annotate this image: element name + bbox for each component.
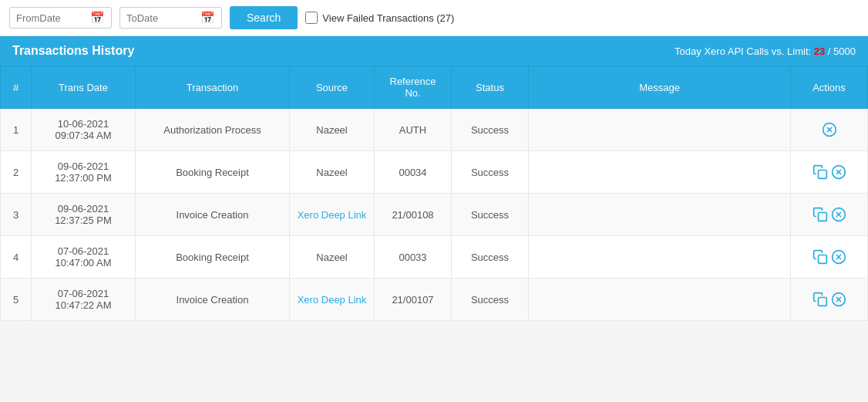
cancel-button[interactable] bbox=[831, 292, 846, 307]
cancel-button[interactable] bbox=[822, 122, 837, 137]
to-date-input[interactable] bbox=[126, 12, 196, 24]
cell-source[interactable]: Xero Deep Link bbox=[290, 194, 375, 236]
col-header-message: Message bbox=[529, 66, 791, 109]
table-row: 407-06-2021 10:47:00 AMBooking ReceiptNa… bbox=[1, 236, 868, 279]
cell-reference-no: 00034 bbox=[375, 151, 452, 194]
cell-source[interactable]: Xero Deep Link bbox=[290, 279, 375, 321]
col-header-reference: Reference No. bbox=[375, 66, 452, 109]
from-date-calendar-icon[interactable]: 📅 bbox=[90, 11, 105, 25]
copy-button[interactable] bbox=[812, 207, 828, 222]
api-calls-count: 23 bbox=[814, 46, 825, 57]
table-row: 110-06-2021 09:07:34 AMAuthorization Pro… bbox=[1, 109, 868, 151]
cell-actions bbox=[791, 194, 868, 236]
to-date-calendar-icon[interactable]: 📅 bbox=[200, 11, 215, 25]
cell-id: 3 bbox=[1, 194, 32, 236]
svg-rect-15 bbox=[818, 298, 826, 306]
cell-source: Nazeel bbox=[290, 151, 375, 194]
copy-button[interactable] bbox=[812, 292, 828, 307]
cell-status: Success bbox=[452, 236, 529, 279]
action-cell bbox=[797, 249, 861, 265]
failed-transactions-checkbox-wrap[interactable]: View Failed Transactions (27) bbox=[305, 12, 454, 24]
table-title: Transactions History bbox=[12, 44, 134, 58]
cell-message bbox=[529, 236, 791, 279]
svg-rect-11 bbox=[818, 255, 826, 264]
cell-trans-date: 10-06-2021 09:07:34 AM bbox=[32, 109, 136, 151]
table-header-bar: Transactions History Today Xero API Call… bbox=[0, 36, 868, 66]
cell-source: Nazeel bbox=[290, 236, 375, 279]
cell-transaction: Invoice Creation bbox=[136, 194, 290, 236]
table-section: Transactions History Today Xero API Call… bbox=[0, 36, 868, 321]
from-date-input[interactable] bbox=[16, 12, 86, 24]
cancel-button[interactable] bbox=[831, 207, 846, 222]
cell-actions bbox=[791, 151, 868, 194]
from-date-wrap: 📅 bbox=[9, 7, 112, 29]
table-row: 507-06-2021 10:47:22 AMInvoice CreationX… bbox=[1, 279, 868, 321]
cell-trans-date: 09-06-2021 12:37:00 PM bbox=[32, 151, 136, 194]
cell-message bbox=[529, 109, 791, 151]
cell-source: Nazeel bbox=[290, 109, 375, 151]
action-cell bbox=[797, 207, 861, 222]
cell-transaction: Booking Receipt bbox=[136, 236, 290, 279]
cell-id: 5 bbox=[1, 279, 32, 321]
cell-reference-no: 21/00107 bbox=[375, 279, 452, 321]
cell-message bbox=[529, 279, 791, 321]
cell-status: Success bbox=[452, 279, 529, 321]
transactions-table: # Trans Date Transaction Source Referenc… bbox=[0, 66, 868, 321]
cell-status: Success bbox=[452, 194, 529, 236]
to-date-wrap: 📅 bbox=[119, 7, 222, 29]
cell-reference-no: AUTH bbox=[375, 109, 452, 151]
cell-trans-date: 07-06-2021 10:47:00 AM bbox=[32, 236, 136, 279]
svg-rect-3 bbox=[818, 171, 826, 179]
action-cell bbox=[797, 164, 861, 180]
failed-transactions-label: View Failed Transactions (27) bbox=[322, 12, 454, 24]
cell-trans-date: 07-06-2021 10:47:22 AM bbox=[32, 279, 136, 321]
top-bar: 📅 📅 Search View Failed Transactions (27) bbox=[0, 0, 868, 36]
action-cell bbox=[797, 122, 861, 137]
copy-button[interactable] bbox=[812, 249, 828, 265]
col-header-actions: Actions bbox=[791, 66, 868, 109]
cancel-button[interactable] bbox=[831, 164, 846, 180]
col-header-source: Source bbox=[290, 66, 375, 109]
api-calls-limit: / 5000 bbox=[828, 46, 856, 57]
source-link[interactable]: Xero Deep Link bbox=[298, 294, 367, 306]
cell-actions bbox=[791, 279, 868, 321]
cell-id: 2 bbox=[1, 151, 32, 194]
table-row: 209-06-2021 12:37:00 PMBooking ReceiptNa… bbox=[1, 151, 868, 194]
col-header-status: Status bbox=[452, 66, 529, 109]
cell-transaction: Authorization Process bbox=[136, 109, 290, 151]
svg-rect-7 bbox=[818, 213, 826, 221]
cell-actions bbox=[791, 109, 868, 151]
source-link[interactable]: Xero Deep Link bbox=[298, 209, 367, 221]
api-calls-info: Today Xero API Calls vs. Limit: 23 / 500… bbox=[675, 46, 856, 57]
search-button[interactable]: Search bbox=[230, 6, 298, 29]
col-header-transaction: Transaction bbox=[136, 66, 290, 109]
cell-reference-no: 21/00108 bbox=[375, 194, 452, 236]
copy-button[interactable] bbox=[812, 164, 828, 180]
col-header-trans-date: Trans Date bbox=[32, 66, 136, 109]
cell-id: 1 bbox=[1, 109, 32, 151]
cancel-button[interactable] bbox=[831, 249, 846, 265]
table-row: 309-06-2021 12:37:25 PMInvoice CreationX… bbox=[1, 194, 868, 236]
col-header-hash: # bbox=[1, 66, 32, 109]
cell-status: Success bbox=[452, 151, 529, 194]
cell-message bbox=[529, 194, 791, 236]
cell-message bbox=[529, 151, 791, 194]
cell-transaction: Booking Receipt bbox=[136, 151, 290, 194]
cell-status: Success bbox=[452, 109, 529, 151]
table-header-row: # Trans Date Transaction Source Referenc… bbox=[1, 66, 868, 109]
cell-trans-date: 09-06-2021 12:37:25 PM bbox=[32, 194, 136, 236]
failed-transactions-checkbox[interactable] bbox=[305, 12, 318, 24]
api-calls-label: Today Xero API Calls vs. Limit: bbox=[675, 46, 811, 57]
cell-reference-no: 00033 bbox=[375, 236, 452, 279]
cell-id: 4 bbox=[1, 236, 32, 279]
action-cell bbox=[797, 292, 861, 307]
cell-transaction: Invoice Creation bbox=[136, 279, 290, 321]
cell-actions bbox=[791, 236, 868, 279]
